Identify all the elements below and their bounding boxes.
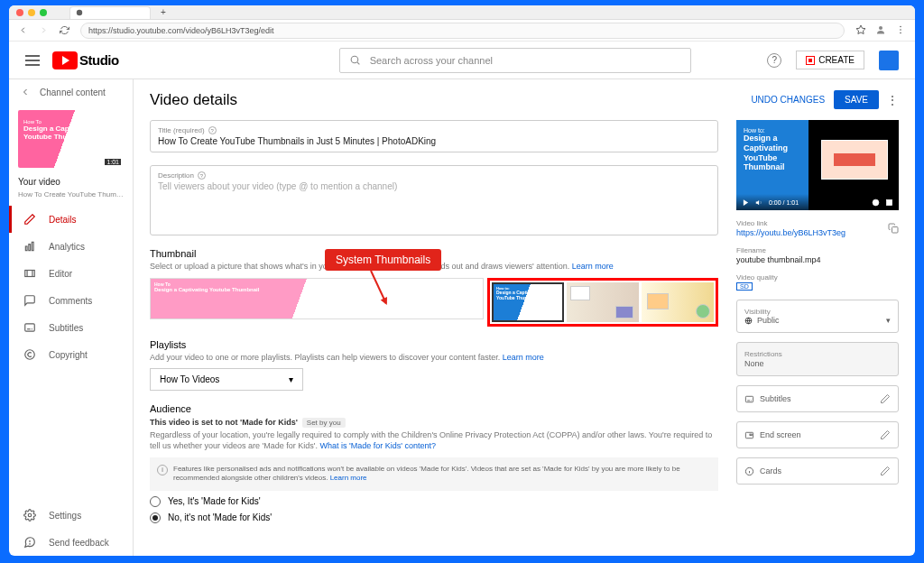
sidebar-item-editor[interactable]: Editor bbox=[9, 260, 133, 287]
search-input[interactable]: Search across your channel bbox=[339, 48, 691, 73]
globe-icon bbox=[744, 317, 753, 325]
pencil-icon bbox=[880, 429, 891, 440]
forward-icon[interactable] bbox=[39, 23, 49, 39]
url-input[interactable]: https://studio.youtube.com/video/yB6LH3v… bbox=[80, 23, 845, 39]
system-thumbnails-row: How to:Design a Captivating YouTube Thum… bbox=[487, 278, 718, 327]
svg-marker-1 bbox=[856, 25, 865, 34]
play-icon[interactable] bbox=[742, 198, 750, 207]
sidebar-item-copyright[interactable]: Copyright bbox=[9, 341, 133, 368]
browser-tab[interactable] bbox=[69, 6, 151, 19]
preview-howto: How to: bbox=[744, 127, 801, 134]
system-thumbnail-3[interactable] bbox=[642, 282, 714, 322]
create-button[interactable]: CREATE bbox=[796, 51, 864, 69]
feedback-icon bbox=[23, 536, 36, 549]
main-content: Video details UNDO CHANGES SAVE ⋮ Title … bbox=[134, 79, 915, 556]
visibility-card[interactable]: Visibility Public▾ bbox=[736, 300, 899, 333]
arrow-left-icon bbox=[20, 87, 31, 97]
subtitles-icon bbox=[744, 394, 754, 404]
svg-rect-25 bbox=[887, 199, 892, 205]
endscreen-card[interactable]: End screen bbox=[736, 421, 899, 448]
svg-point-2 bbox=[879, 26, 882, 30]
sidebar-item-subtitles[interactable]: Subtitles bbox=[9, 314, 133, 341]
window-maximize[interactable] bbox=[40, 9, 47, 16]
thumb-title: Design a Captivating Youtube Thumbnail bbox=[23, 125, 118, 142]
svg-point-17 bbox=[25, 350, 35, 360]
subtitles-card[interactable]: Subtitles bbox=[736, 385, 899, 412]
playlists-desc: Add your video to one or more playlists.… bbox=[150, 353, 500, 362]
whatlink[interactable]: What is 'Made for Kids' content? bbox=[320, 441, 437, 450]
subtitles-label: Subtitles bbox=[760, 394, 791, 403]
file-label: Filename bbox=[736, 246, 899, 254]
playlist-select[interactable]: How To Videos▾ bbox=[150, 368, 303, 391]
endscreen-label: End screen bbox=[760, 430, 801, 439]
system-thumbnail-2[interactable] bbox=[567, 282, 639, 322]
copyright-icon bbox=[23, 348, 36, 361]
svg-point-4 bbox=[900, 29, 901, 31]
reload-icon[interactable] bbox=[60, 23, 69, 39]
help-icon[interactable]: ? bbox=[767, 53, 781, 68]
more-menu-icon[interactable]: ⋮ bbox=[886, 93, 899, 107]
video-name: How To Create YouTube Thumbnails... bbox=[9, 190, 133, 206]
made-for-kids-yes[interactable]: Yes, It's 'Made for Kids' bbox=[150, 496, 718, 507]
undo-button[interactable]: UNDO CHANGES bbox=[751, 95, 825, 105]
restrictions-label: Restrictions bbox=[744, 350, 891, 358]
sidebar-item-feedback[interactable]: Send feedback bbox=[9, 529, 133, 556]
youtube-icon bbox=[52, 51, 78, 69]
sidebar-item-analytics[interactable]: Analytics bbox=[9, 233, 133, 260]
pencil-icon bbox=[880, 393, 891, 404]
pencil-icon bbox=[23, 213, 36, 226]
save-button[interactable]: SAVE bbox=[834, 90, 879, 109]
help-icon[interactable]: ? bbox=[198, 171, 206, 180]
gear-icon[interactable] bbox=[872, 198, 880, 207]
info-icon bbox=[744, 466, 754, 476]
learn-more-link[interactable]: Learn more bbox=[503, 353, 544, 362]
editor-icon bbox=[23, 267, 36, 280]
menu-icon[interactable] bbox=[25, 55, 40, 66]
window-minimize[interactable] bbox=[28, 9, 35, 16]
svg-rect-29 bbox=[745, 396, 753, 401]
system-thumbnail-1[interactable]: How to:Design a Captivating YouTube Thum… bbox=[492, 282, 564, 322]
app-topbar: Studio Search across your channel ? CREA… bbox=[9, 42, 915, 79]
back-icon[interactable] bbox=[18, 23, 28, 39]
page-title: Video details bbox=[150, 91, 751, 109]
avatar[interactable] bbox=[879, 51, 899, 70]
playlists-section: Playlists Add your video to one or more … bbox=[150, 339, 718, 392]
help-icon[interactable]: ? bbox=[208, 126, 217, 134]
video-link[interactable]: https://youtu.be/yB6LH3vT3eg bbox=[736, 228, 845, 237]
chart-icon bbox=[23, 240, 36, 253]
svg-rect-8 bbox=[25, 246, 27, 251]
svg-rect-11 bbox=[25, 271, 35, 277]
copy-icon[interactable] bbox=[888, 223, 899, 234]
window-close[interactable] bbox=[16, 9, 23, 16]
quality-label: Video quality bbox=[736, 273, 899, 282]
description-field[interactable]: Description? Tell viewers about your vid… bbox=[150, 165, 718, 235]
sidebar-item-label: Editor bbox=[49, 269, 72, 279]
video-thumbnail[interactable]: How To Design a Captivating Youtube Thum… bbox=[18, 110, 124, 168]
star-icon[interactable] bbox=[855, 23, 866, 39]
sidebar-item-settings[interactable]: Settings bbox=[9, 502, 133, 529]
sd-badge: SD bbox=[736, 282, 753, 291]
sidebar-item-details[interactable]: Details bbox=[9, 206, 133, 233]
new-tab-button[interactable]: + bbox=[161, 7, 166, 17]
title-field[interactable]: Title (required)? How To Create YouTube … bbox=[150, 120, 718, 152]
made-for-kids-no[interactable]: No, it's not 'Made for Kids' bbox=[150, 512, 718, 523]
volume-icon[interactable] bbox=[755, 198, 763, 207]
radio-label: No, it's not 'Made for Kids' bbox=[168, 512, 272, 522]
learn-more-link[interactable]: Learn more bbox=[330, 474, 367, 482]
learn-more-link[interactable]: Learn more bbox=[572, 262, 614, 271]
sidebar-item-label: Subtitles bbox=[49, 323, 83, 333]
browser-menu-icon[interactable] bbox=[895, 23, 906, 39]
sidebar-item-comments[interactable]: Comments bbox=[9, 287, 133, 314]
cards-card[interactable]: Cards bbox=[736, 457, 899, 485]
video-preview[interactable]: How to:Design a Captivating YouTube Thum… bbox=[736, 120, 899, 210]
svg-rect-14 bbox=[25, 324, 35, 331]
fullscreen-icon[interactable] bbox=[885, 198, 893, 207]
radio-label: Yes, It's 'Made for Kids' bbox=[168, 496, 261, 506]
profile-icon[interactable] bbox=[875, 23, 886, 39]
audience-sub: This video is set to not 'Made for Kids' bbox=[150, 418, 298, 427]
back-to-channel[interactable]: Channel content bbox=[9, 79, 133, 105]
svg-point-5 bbox=[900, 32, 901, 33]
thumb-text: Design a Captivating YouTube Thumbnail bbox=[496, 291, 559, 300]
studio-logo[interactable]: Studio bbox=[52, 51, 119, 69]
callout-arrow bbox=[370, 271, 387, 304]
